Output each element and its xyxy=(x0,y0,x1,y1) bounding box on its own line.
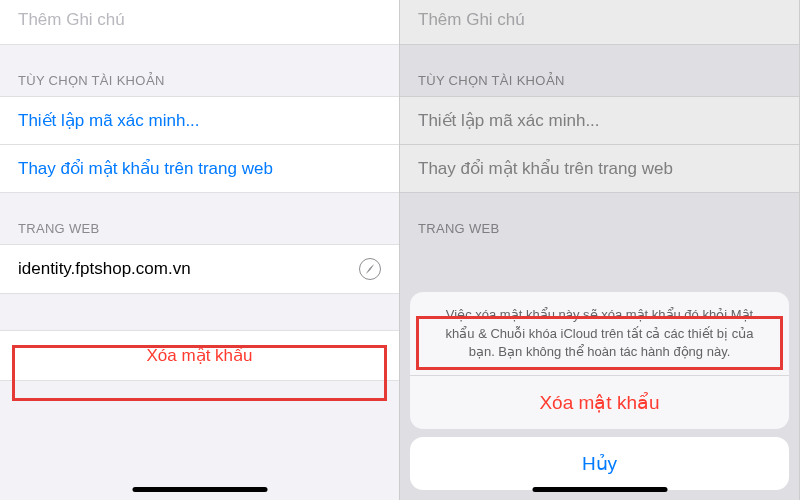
add-notes-field[interactable]: Thêm Ghi chú xyxy=(0,0,399,45)
delete-password-button[interactable]: Xóa mật khẩu xyxy=(0,330,399,381)
website-value: identity.fptshop.com.vn xyxy=(18,259,191,279)
action-sheet-cancel-button[interactable]: Hủy xyxy=(410,437,789,490)
change-password-website-link[interactable]: Thay đổi mật khẩu trên trang web xyxy=(0,144,399,192)
action-sheet: Việc xóa mật khẩu này sẽ xóa mật khẩu đó… xyxy=(410,292,789,490)
home-indicator[interactable] xyxy=(132,487,267,492)
phone-right: Thêm Ghi chú TÙY CHỌN TÀI KHOẢN Thiết lậ… xyxy=(400,0,800,500)
account-options-header: TÙY CHỌN TÀI KHOẢN xyxy=(0,45,399,96)
website-row[interactable]: identity.fptshop.com.vn xyxy=(0,244,399,294)
action-sheet-message: Việc xóa mật khẩu này sẽ xóa mật khẩu đó… xyxy=(410,292,789,376)
setup-verification-code-link[interactable]: Thiết lập mã xác minh... xyxy=(0,97,399,144)
phone-left: Thêm Ghi chú TÙY CHỌN TÀI KHOẢN Thiết lậ… xyxy=(0,0,400,500)
website-header: TRANG WEB xyxy=(0,193,399,244)
safari-icon xyxy=(359,258,381,280)
action-sheet-delete-button[interactable]: Xóa mật khẩu xyxy=(410,376,789,429)
home-indicator[interactable] xyxy=(532,487,667,492)
